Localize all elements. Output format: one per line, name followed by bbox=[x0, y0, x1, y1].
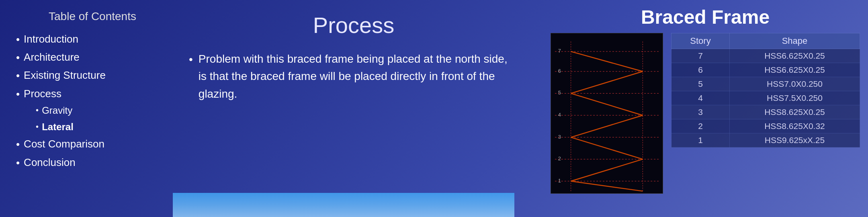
shape-cell: HSS7.0X0.250 bbox=[729, 77, 860, 91]
svg-text:5: 5 bbox=[558, 90, 561, 96]
svg-text:3: 3 bbox=[558, 134, 561, 140]
shape-cell: HSS8.625X0.25 bbox=[729, 105, 860, 119]
svg-text:1: 1 bbox=[558, 178, 561, 184]
process-content: Problem with this braced frame being pla… bbox=[189, 50, 518, 102]
svg-text:6: 6 bbox=[558, 68, 561, 74]
table-row: 6HSS6.625X0.25 bbox=[671, 63, 860, 77]
table-row: 3HSS8.625X0.25 bbox=[671, 105, 860, 119]
toc-sub-item-label: Lateral bbox=[42, 119, 74, 135]
table-row: 4HSS7.5X0.250 bbox=[671, 91, 860, 105]
svg-rect-0 bbox=[551, 33, 663, 193]
shape-cell: HSS7.5X0.250 bbox=[729, 91, 860, 105]
toc-item-label: Process bbox=[24, 88, 61, 100]
story-header: Story bbox=[671, 33, 730, 49]
toc-item-label: Architecture bbox=[24, 48, 80, 66]
toc-item-introduction: Introduction bbox=[16, 30, 161, 48]
process-title: Process bbox=[189, 12, 518, 38]
table: Story Shape 7HSS6.625X0.256HSS6.625X0.25… bbox=[671, 33, 860, 147]
table-row: 1HSS9.625xX.25 bbox=[671, 133, 860, 147]
svg-text:4: 4 bbox=[558, 112, 561, 118]
shape-cell: HSS9.625xX.25 bbox=[729, 133, 860, 147]
svg-text:7: 7 bbox=[558, 48, 561, 54]
story-cell: 2 bbox=[671, 119, 730, 133]
story-cell: 6 bbox=[671, 63, 730, 77]
shape-cell: HSS6.625X0.25 bbox=[729, 63, 860, 77]
story-cell: 4 bbox=[671, 91, 730, 105]
center-panel: Process Problem with this braced frame b… bbox=[173, 0, 534, 217]
process-bullet: Problem with this braced frame being pla… bbox=[189, 50, 518, 102]
table-header-row: Story Shape bbox=[671, 33, 860, 49]
toc-item-label: Conclusion bbox=[24, 154, 76, 171]
story-cell: 1 bbox=[671, 133, 730, 147]
toc-item-label: Existing Structure bbox=[24, 66, 106, 84]
toc-item-conclusion: Conclusion bbox=[16, 154, 161, 172]
toc-item-cost-comparison: Cost Comparison bbox=[16, 135, 161, 153]
table-row: 5HSS7.0X0.250 bbox=[671, 77, 860, 91]
right-content: 7 6 5 4 3 2 1 Story Shape 7HSS6.625X0.25… bbox=[551, 33, 860, 194]
story-shape-table: Story Shape 7HSS6.625X0.256HSS6.625X0.25… bbox=[671, 33, 860, 147]
table-row: 2HSS8.625X0.32 bbox=[671, 119, 860, 133]
toc-list: Introduction Architecture Existing Struc… bbox=[16, 30, 161, 172]
table-row: 7HSS6.625X0.25 bbox=[671, 49, 860, 63]
toc-item-existing-structure: Existing Structure bbox=[16, 66, 161, 84]
toc-sub-item-lateral: Lateral bbox=[36, 119, 74, 135]
story-cell: 5 bbox=[671, 77, 730, 91]
left-panel: Table of Contents Introduction Architect… bbox=[0, 0, 169, 217]
story-cell: 7 bbox=[671, 49, 730, 63]
toc-sub-item-gravity: Gravity bbox=[36, 102, 74, 119]
toc-item-architecture: Architecture bbox=[16, 48, 161, 66]
shape-header: Shape bbox=[729, 33, 860, 49]
story-cell: 3 bbox=[671, 105, 730, 119]
process-bullet-text: Problem with this braced frame being pla… bbox=[199, 50, 518, 102]
toc-sub-list: Gravity Lateral bbox=[24, 102, 74, 135]
svg-text:2: 2 bbox=[558, 156, 561, 162]
toc-sub-item-label: Gravity bbox=[42, 102, 72, 119]
right-panel: Braced Frame bbox=[542, 0, 868, 217]
blue-rectangle bbox=[173, 193, 514, 217]
toc-title: Table of Contents bbox=[16, 10, 161, 23]
shape-cell: HSS8.625X0.32 bbox=[729, 119, 860, 133]
braced-frame-title: Braced Frame bbox=[551, 6, 860, 28]
toc-item-process: Process Gravity Lateral bbox=[16, 85, 161, 135]
toc-item-label: Introduction bbox=[24, 30, 78, 48]
structure-diagram: 7 6 5 4 3 2 1 bbox=[551, 33, 663, 194]
toc-item-label: Cost Comparison bbox=[24, 135, 104, 153]
shape-cell: HSS6.625X0.25 bbox=[729, 49, 860, 63]
